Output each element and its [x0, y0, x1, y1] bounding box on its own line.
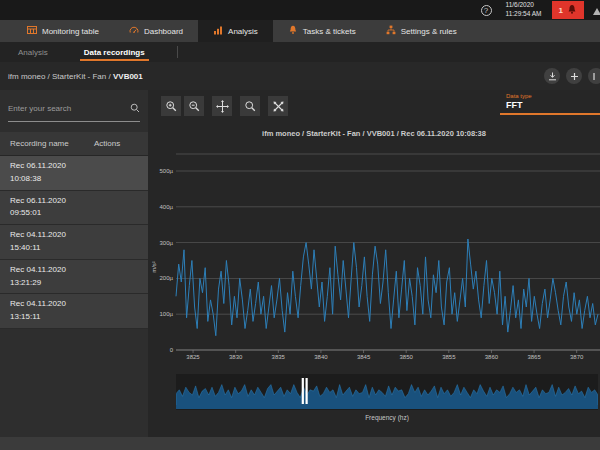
sub-tab-label: Data recordings — [84, 48, 145, 57]
recording-time: 15:40:11 — [10, 242, 138, 255]
navigator-handle — [302, 378, 304, 404]
breadcrumb-row: ifm moneo / StarterKit - Fan / VVB001 — [0, 62, 600, 90]
tab-label: Analysis — [228, 27, 258, 36]
alert-count: 1 — [559, 6, 563, 15]
tab-settings-rules[interactable]: Settings & rules — [371, 20, 472, 42]
data-type-selector[interactable]: Data type FFT — [500, 93, 600, 115]
help-icon[interactable]: ? — [481, 5, 492, 16]
svg-text:3855: 3855 — [442, 354, 456, 360]
tab-label: Dashboard — [144, 27, 183, 36]
navigator-chart[interactable] — [176, 374, 598, 410]
tab-analysis[interactable]: Analysis — [198, 20, 273, 42]
recordings-list-header: Recording name Actions — [0, 132, 148, 156]
svg-text:3865: 3865 — [527, 354, 541, 360]
x-axis-title: Frequency (hz) — [176, 414, 598, 421]
sitemap-icon — [386, 25, 396, 37]
recording-date: Rec 04.11.2020 — [10, 264, 138, 277]
svg-text:400µ: 400µ — [160, 204, 174, 210]
search-icon[interactable] — [130, 99, 140, 117]
search-box — [8, 99, 140, 122]
svg-text:200µ: 200µ — [160, 275, 174, 281]
svg-text:3860: 3860 — [485, 354, 499, 360]
dashboard-icon — [129, 25, 139, 37]
main-tab-bar: Monitoring table Dashboard Analysis Task… — [0, 20, 600, 42]
navigator-handle — [306, 378, 308, 404]
inspect-button[interactable] — [240, 96, 260, 116]
breadcrumb-separator: / — [106, 72, 113, 81]
sub-tab-analysis[interactable]: Analysis — [14, 42, 52, 62]
datetime-display: 11/6/2020 11:29:54 AM — [506, 1, 542, 19]
recording-date: Rec 06.11.2020 — [10, 195, 138, 208]
more-button-partial[interactable] — [588, 68, 600, 84]
recording-time: 13:15:11 — [10, 311, 138, 324]
breadcrumb: ifm moneo / StarterKit - Fan / VVB001 — [8, 72, 143, 81]
svg-text:m/s²: m/s² — [151, 261, 157, 273]
recording-date: Rec 04.11.2020 — [10, 298, 138, 311]
recording-row[interactable]: Rec 06.11.2020 09:55:01 — [0, 191, 148, 226]
sub-tab-divider — [177, 46, 178, 58]
export-button[interactable] — [544, 68, 560, 84]
data-type-value: FFT — [506, 100, 600, 110]
svg-text:3825: 3825 — [186, 354, 200, 360]
zoom-out-button[interactable] — [184, 96, 204, 116]
breadcrumb-root[interactable]: ifm moneo — [8, 72, 45, 81]
svg-text:100µ: 100µ — [160, 311, 174, 317]
svg-text:3835: 3835 — [272, 354, 286, 360]
svg-text:3840: 3840 — [314, 354, 328, 360]
time-text: 11:29:54 AM — [506, 10, 542, 19]
tab-monitoring-table[interactable]: Monitoring table — [12, 20, 114, 42]
recording-row[interactable]: Rec 04.11.2020 13:15:11 — [0, 294, 148, 329]
chart-region: ifm moneo / StarterKit - Fan / VVB001 / … — [148, 122, 600, 437]
sub-tab-bar: Analysis Data recordings — [0, 42, 600, 62]
column-actions: Actions — [94, 139, 138, 148]
svg-text:3830: 3830 — [229, 354, 243, 360]
search-input[interactable] — [8, 104, 130, 113]
content-area: Recording name Actions Rec 06.11.2020 10… — [0, 90, 600, 437]
recording-date: Rec 04.11.2020 — [10, 229, 138, 242]
recording-row[interactable]: Rec 04.11.2020 13:21:29 — [0, 260, 148, 295]
svg-text:300µ: 300µ — [160, 240, 174, 246]
recording-time: 13:21:29 — [10, 277, 138, 290]
alert-bell-icon — [567, 1, 577, 19]
recording-time: 09:55:01 — [10, 207, 138, 220]
analysis-icon — [213, 25, 223, 37]
alert-badge[interactable]: 1 — [552, 1, 584, 19]
breadcrumb-device[interactable]: StarterKit - Fan — [52, 72, 106, 81]
chart-title: ifm moneo / StarterKit - Fan / VVB001 / … — [148, 129, 600, 138]
notification-icon-partial[interactable] — [592, 4, 600, 22]
sub-tab-data-recordings[interactable]: Data recordings — [80, 42, 149, 62]
data-type-label: Data type — [506, 93, 600, 99]
recordings-panel: Recording name Actions Rec 06.11.2020 10… — [0, 90, 148, 437]
top-bar: ? 11/6/2020 11:29:54 AM 1 — [0, 0, 600, 20]
tab-dashboard[interactable]: Dashboard — [114, 20, 198, 42]
svg-text:3850: 3850 — [400, 354, 414, 360]
reset-zoom-button[interactable] — [268, 96, 288, 116]
footer-strip — [0, 437, 600, 450]
svg-text:500µ: 500µ — [160, 168, 174, 174]
sub-tab-label: Analysis — [18, 48, 48, 57]
tab-label: Monitoring table — [42, 27, 99, 36]
tab-tasks-tickets[interactable]: Tasks & tickets — [273, 20, 371, 42]
chart-toolbar: Data type FFT — [148, 90, 600, 122]
column-recording-name: Recording name — [10, 139, 94, 148]
date-text: 11/6/2020 — [506, 1, 542, 10]
monitoring-table-icon — [27, 25, 37, 37]
svg-text:3845: 3845 — [357, 354, 371, 360]
recording-date: Rec 06.11.2020 — [10, 160, 138, 173]
bell-icon — [288, 25, 298, 37]
chart-area: Data type FFT ifm moneo / StarterKit - F… — [148, 90, 600, 437]
svg-text:3870: 3870 — [570, 354, 584, 360]
add-button[interactable] — [566, 68, 582, 84]
fft-spectrum-chart[interactable]: 0100µ200µ300µ400µ500µm/s²382538303835384… — [148, 140, 600, 362]
tab-label: Tasks & tickets — [303, 27, 356, 36]
recording-row[interactable]: Rec 04.11.2020 15:40:11 — [0, 225, 148, 260]
tab-label: Settings & rules — [401, 27, 457, 36]
breadcrumb-current: VVB001 — [113, 72, 143, 81]
zoom-in-button[interactable] — [161, 96, 181, 116]
pan-button[interactable] — [212, 96, 232, 116]
recording-time: 10:08:38 — [10, 173, 138, 186]
recording-row[interactable]: Rec 06.11.2020 10:08:38 — [0, 156, 148, 191]
svg-text:0: 0 — [170, 347, 174, 353]
